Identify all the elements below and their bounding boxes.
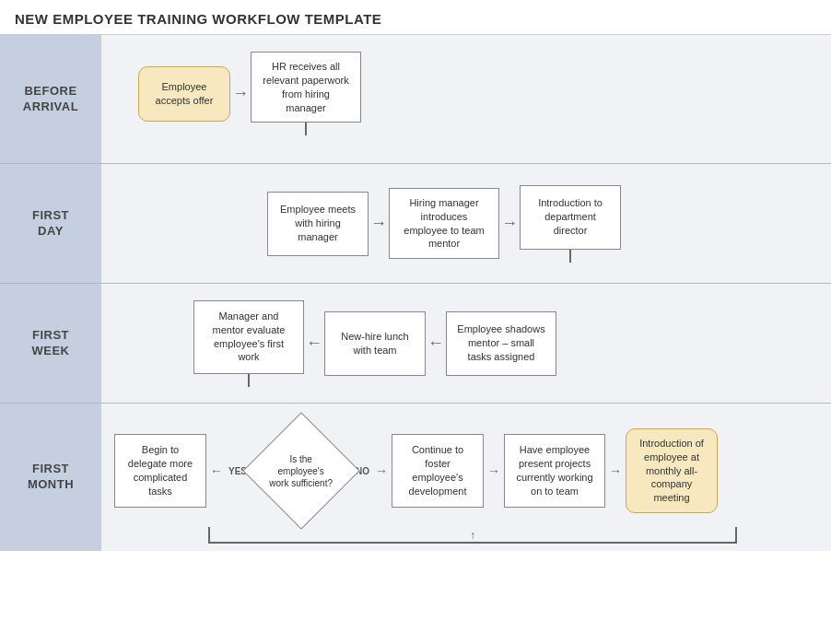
step-foster: Continue to foster employee's developmen…: [392, 434, 484, 508]
page: NEW EMPLOYEE TRAINING WORKFLOW TEMPLATE …: [0, 0, 831, 644]
arrow-right-5: →: [607, 463, 624, 478]
step-intro-meeting: Introduction of employee at monthly all-…: [626, 428, 718, 513]
phase-content-first-month: Begin to delegate more complicated tasks…: [101, 404, 831, 551]
step-delegate: Begin to delegate more complicated tasks: [114, 434, 206, 508]
phase-content-first-week: Manager and mentor evaluate employee's f…: [101, 284, 831, 403]
arrow-left-yes: ←: [208, 463, 225, 478]
step-evaluate: Manager and mentor evaluate employee's f…: [193, 300, 304, 374]
arrow-right-3: →: [499, 214, 520, 233]
phase-row-first-week: FIRSTWEEK Manager and mentor evaluate em…: [0, 284, 831, 404]
arrow-right-2: →: [369, 214, 389, 233]
phase-label-before-arrival: BEFOREARRIVAL: [0, 35, 101, 163]
page-title: NEW EMPLOYEE TRAINING WORKFLOW TEMPLATE: [15, 11, 816, 27]
phase-label-first-day: FIRSTDAY: [0, 164, 101, 283]
phase-content-before-arrival: Employee accepts offer → HR receives all…: [101, 35, 831, 163]
phase-label-first-month: FIRSTMONTH: [0, 404, 101, 551]
title-bar: NEW EMPLOYEE TRAINING WORKFLOW TEMPLATE: [0, 0, 831, 35]
phase-label-first-week: FIRSTWEEK: [0, 284, 101, 403]
step-shadows: Employee shadows mentor – small tasks as…: [446, 311, 556, 376]
arrow-left-2: ←: [426, 334, 446, 353]
step-intro-director: Introduction to department director: [520, 185, 621, 250]
phase-content-first-day: Employee meets with hiring manager → Hir…: [101, 164, 831, 283]
step-hr-paperwork: HR receives all relevant paperwork from …: [251, 52, 361, 123]
arrow-left-1: ←: [304, 334, 324, 353]
phase-row-before-arrival: BEFOREARRIVAL Employee accepts offer → H…: [0, 35, 831, 164]
step-meets-manager: Employee meets with hiring manager: [267, 192, 369, 256]
decision-diamond: Is the employee's work sufficient?: [242, 412, 359, 529]
step-accept-offer: Employee accepts offer: [138, 66, 230, 122]
step-introduces-mentor: Hiring manager introduces employee to te…: [389, 188, 499, 259]
diamond-wrapper: Is the employee's work sufficient?: [251, 429, 352, 512]
step-lunch: New-hire lunch with team: [324, 311, 426, 376]
phase-row-first-month: FIRSTMONTH Begin to delegate more compli…: [0, 404, 831, 551]
phase-row-first-day: FIRSTDAY Employee meets with hiring mana…: [0, 164, 831, 284]
arrow-right-1: →: [230, 84, 251, 103]
step-present: Have employee present projects currently…: [504, 434, 605, 508]
decision-text: Is the employee's work sufficient?: [269, 453, 334, 489]
arrow-right-4: →: [486, 463, 502, 478]
arrow-right-no: →: [373, 463, 390, 478]
